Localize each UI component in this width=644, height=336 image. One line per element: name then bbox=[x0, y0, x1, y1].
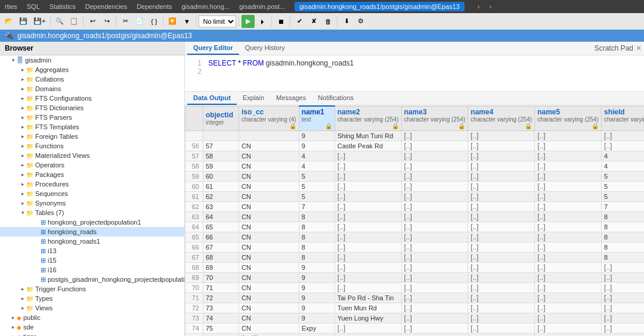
tree-item-types[interactable]: ▸📁Types bbox=[0, 294, 184, 303]
table-row[interactable]: 6061CN5[..][..][..][..]5 bbox=[185, 182, 645, 192]
browser-tree[interactable]: ▾🗄gisadmin▸📁Aggregates▸📁Collations▸📁Doma… bbox=[0, 55, 184, 336]
col-header-name4[interactable]: name4character varying (254)🔒 bbox=[468, 106, 535, 131]
toolbar-cut[interactable]: ✂ bbox=[119, 15, 132, 28]
top-tab-properties[interactable]: rties bbox=[5, 3, 17, 10]
table-row[interactable]: 7374CN9Yuen Long Hwy[..][..][..][..] bbox=[185, 313, 645, 323]
table-row[interactable]: 5657CN9Castle Peak Rd[..][..][..][..] bbox=[185, 141, 645, 151]
tree-item-table-postgis[interactable]: ⊞postgis_gisadmin_hongkong_projectedpopu… bbox=[0, 275, 184, 284]
tree-item-fts-parsers[interactable]: ▸📁FTS Parsers bbox=[0, 113, 184, 122]
tree-item-public[interactable]: ▸◆public bbox=[0, 313, 184, 322]
tree-item-domains[interactable]: ▸📁Domains bbox=[0, 84, 184, 94]
tree-item-tiger[interactable]: ▸◆tiger bbox=[0, 332, 184, 336]
tree-item-sde[interactable]: ▸◆sde bbox=[0, 322, 184, 332]
tree-item-table-hkroads1[interactable]: ⊞hongkong_roads1 bbox=[0, 237, 184, 246]
col-header-name3[interactable]: name3character varying (254)🔒 bbox=[401, 106, 468, 131]
toolbar-run[interactable]: ▶ bbox=[242, 15, 255, 28]
table-row[interactable]: 7071CN9[..][..][..][..][..] bbox=[185, 283, 645, 293]
tree-item-table-hkroads[interactable]: ⊞hongkong_roads bbox=[0, 227, 184, 237]
toolbar-undo[interactable]: ↩ bbox=[86, 15, 99, 28]
toolbar-stop[interactable]: ⏹ bbox=[274, 15, 287, 28]
tree-item-fts-conf[interactable]: ▸📁FTS Configurations bbox=[0, 94, 184, 103]
scratch-pad-close[interactable]: ✕ bbox=[636, 44, 642, 52]
tree-item-materialized-views[interactable]: ▸📁Materialized Views bbox=[0, 151, 184, 160]
toolbar-save-as[interactable]: 💾+ bbox=[31, 15, 48, 28]
tab-query-editor[interactable]: Query Editor bbox=[187, 42, 239, 55]
tree-item-sequences[interactable]: ▸📁Sequences bbox=[0, 189, 184, 198]
col-header-iso_cc[interactable]: iso_cccharacter varying (4)🔒 bbox=[239, 106, 299, 131]
table-row[interactable]: 7273CN9Tuen Mun Rd[..][..][..][..] bbox=[185, 303, 645, 313]
tree-item-fts-templates[interactable]: ▸📁FTS Templates bbox=[0, 122, 184, 132]
toolbar-find[interactable]: 🔍 bbox=[53, 15, 66, 28]
tree-item-aggregates[interactable]: ▸📁Aggregates bbox=[0, 65, 184, 74]
tree-item-fts-dict[interactable]: ▸📁FTS Dictionaries bbox=[0, 103, 184, 113]
toolbar-filter[interactable]: 🔽 bbox=[166, 15, 179, 28]
toolbar-redo[interactable]: ↪ bbox=[100, 15, 113, 28]
toolbar-run-explain[interactable]: ⏵ bbox=[256, 15, 269, 28]
data-table-container[interactable]: objectidintegeriso_cccharacter varying (… bbox=[185, 105, 644, 336]
table-row[interactable]: 7172CN9Tai Po Rd - Sha Tin[..][..][..][.… bbox=[185, 293, 645, 303]
col-header-objectid[interactable]: objectidinteger bbox=[203, 106, 239, 131]
tab-query-history[interactable]: Query History bbox=[239, 42, 291, 55]
table-row[interactable]: 5859CN4[..][..][..][..]4 bbox=[185, 161, 645, 172]
tree-item-tables[interactable]: ▾📁Tables (7) bbox=[0, 208, 184, 217]
top-tab-dashboard[interactable]: gisadmin.hong... bbox=[181, 3, 230, 10]
table-row[interactable]: 5758CN4[..][..][..][..]4 bbox=[185, 151, 645, 161]
table-row[interactable]: 6364CN8[..][..][..][..]8 bbox=[185, 212, 645, 222]
table-row[interactable]: 9Shing Mun Tuni Rd[..][..][..][..] bbox=[185, 131, 645, 141]
top-tab-dependencies[interactable]: Dependencies bbox=[85, 3, 127, 10]
table-row[interactable]: 6970CN9[..][..][..][..][..] bbox=[185, 273, 645, 283]
table-row[interactable]: 6465CN8[..][..][..][..]8 bbox=[185, 222, 645, 232]
col-header-name5[interactable]: name5character varying (254)🔒 bbox=[535, 106, 602, 131]
top-tab-dependents[interactable]: Dependents bbox=[137, 3, 172, 10]
toolbar-paste[interactable]: 📄 bbox=[133, 15, 146, 28]
toolbar-limit-select[interactable]: No limit 10 100 1000 bbox=[199, 15, 236, 27]
tab-data-output[interactable]: Data Output bbox=[187, 92, 237, 105]
tree-item-table-i13[interactable]: ⊞i13 bbox=[0, 246, 184, 256]
col-header-name1[interactable]: name1text🔒 bbox=[299, 106, 335, 131]
toolbar-more[interactable]: ⚙ bbox=[354, 15, 367, 28]
toolbar-copy[interactable]: 📋 bbox=[67, 15, 80, 28]
toolbar-rollback[interactable]: ✘ bbox=[307, 15, 320, 28]
top-tab-query2-active[interactable]: gisadmin.hongkong_roads1/postgis/gisadmi… bbox=[295, 2, 465, 11]
tree-item-synonyms[interactable]: ▸📁Synonyms bbox=[0, 198, 184, 208]
table-row[interactable]: 6667CN8[..][..][..][..]8 bbox=[185, 242, 645, 253]
top-tab-statistics[interactable]: Statistics bbox=[49, 3, 76, 10]
toolbar-format[interactable]: { } bbox=[147, 15, 160, 28]
tab-explain[interactable]: Explain bbox=[237, 92, 270, 105]
tab-nav-prev[interactable]: ‹ bbox=[478, 3, 480, 10]
table-row[interactable]: 6869CN9[..][..][..][..][..] bbox=[185, 263, 645, 273]
tree-item-table-i16[interactable]: ⊞i16 bbox=[0, 265, 184, 275]
toolbar-filter2[interactable]: ▼ bbox=[180, 15, 193, 28]
toolbar-save-file[interactable]: 💾 bbox=[17, 15, 30, 28]
tree-item-procedures[interactable]: ▸📁Procedures bbox=[0, 179, 184, 189]
col-header-name2[interactable]: name2character varying (254)🔒 bbox=[335, 106, 401, 131]
tree-item-gisadmin[interactable]: ▾🗄gisadmin bbox=[0, 55, 184, 65]
tab-nav-next[interactable]: › bbox=[490, 3, 492, 10]
table-row[interactable]: 6263CN7[..][..][..][..]7 bbox=[185, 202, 645, 212]
tab-messages[interactable]: Messages bbox=[270, 92, 312, 105]
col-header-shield[interactable]: shieldcharacter varying (50)🔒 bbox=[602, 106, 644, 131]
table-row[interactable]: 6566CN8[..][..][..][..]8 bbox=[185, 232, 645, 242]
top-tab-query1[interactable]: gisadmin.post... bbox=[239, 3, 285, 10]
tree-item-operators[interactable]: ▸📁Operators bbox=[0, 160, 184, 170]
tab-notifications[interactable]: Notifications bbox=[312, 92, 360, 105]
table-row[interactable]: 6162CN5[..][..][..][..]5 bbox=[185, 192, 645, 202]
table-row[interactable]: 7576[null]test1test2test3test4test58 bbox=[185, 334, 645, 337]
tree-item-packages[interactable]: ▸📁Packages bbox=[0, 170, 184, 179]
tree-item-collations[interactable]: ▸📁Collations bbox=[0, 74, 184, 84]
table-row[interactable]: 7475CNExpy[..][..][..][..][..] bbox=[185, 323, 645, 334]
table-row[interactable]: 5960CN5[..][..][..][..]5 bbox=[185, 172, 645, 182]
query-editor-content[interactable]: 1 SELECT * FROM gisadmin.hongkong_roads1… bbox=[185, 55, 644, 91]
tree-item-foreign-tables[interactable]: ▸📁Foreign Tables bbox=[0, 132, 184, 141]
tree-item-trigger-functions[interactable]: ▸📁Trigger Functions bbox=[0, 284, 184, 294]
tree-item-table-hkpop1[interactable]: ⊞hongkong_projectedpopulation1 bbox=[0, 217, 184, 227]
tree-item-table-i15[interactable]: ⊞i15 bbox=[0, 256, 184, 265]
toolbar-commit[interactable]: ✔ bbox=[293, 15, 306, 28]
tree-item-views[interactable]: ▸📁Views bbox=[0, 303, 184, 313]
toolbar-clear[interactable]: 🗑 bbox=[321, 15, 335, 28]
toolbar-download[interactable]: ⬇ bbox=[340, 15, 353, 28]
tree-item-functions[interactable]: ▸📁Functions bbox=[0, 141, 184, 151]
toolbar-open-file[interactable]: 📂 bbox=[2, 15, 16, 28]
table-row[interactable]: 6768CN8[..][..][..][..]8 bbox=[185, 253, 645, 263]
top-tab-sql[interactable]: SQL bbox=[27, 3, 40, 10]
